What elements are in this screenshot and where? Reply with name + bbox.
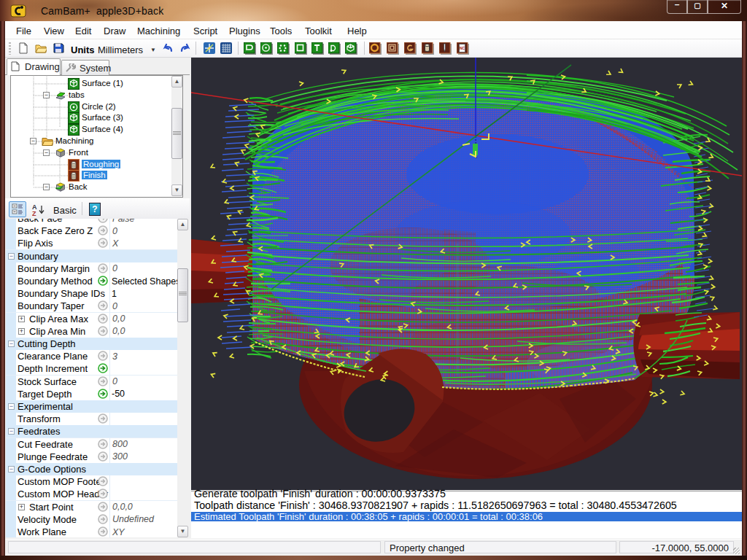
svg-text:NC: NC [460,46,465,50]
svg-text:Z: Z [32,210,36,216]
